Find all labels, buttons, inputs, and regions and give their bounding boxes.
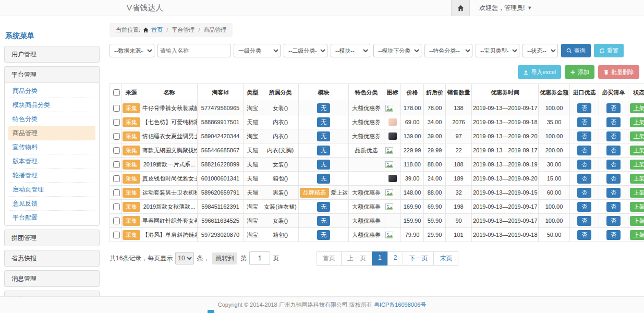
jump-button[interactable]: 跳转到 xyxy=(212,252,237,264)
per-page-select[interactable]: 10 xyxy=(175,252,194,264)
module-badge: 无 xyxy=(317,131,330,141)
sidebar-item-特色分类[interactable]: 特色分类 xyxy=(8,112,95,126)
icp-link[interactable]: 粤ICP备16098006号 xyxy=(374,302,426,308)
coupon-amount: 50.00 xyxy=(539,228,570,242)
sidebar-item-意见反馈[interactable]: 意见反馈 xyxy=(8,197,95,211)
sidebar-item-商品分类[interactable]: 商品分类 xyxy=(8,84,95,98)
sidebar-item-平台配置[interactable]: 平台配置 xyxy=(8,211,95,224)
add-button[interactable]: 添加 xyxy=(565,65,594,79)
status-select[interactable]: --状态-- xyxy=(523,44,558,57)
row-checkbox[interactable] xyxy=(113,147,120,154)
must-buy-toggle[interactable]: 否 xyxy=(606,202,621,212)
home-button[interactable] xyxy=(451,0,470,16)
level1-category-select[interactable]: 一级分类 xyxy=(234,44,281,57)
page-button-上一页[interactable]: 上一页 xyxy=(341,251,372,266)
sidebar-group-label[interactable]: 用户管理 xyxy=(5,46,99,62)
breadcrumb-item-platform: 平台管理 xyxy=(172,26,195,34)
discounted-price: 88.00 xyxy=(424,186,446,200)
user-menu[interactable]: 欢迎您，管理员! ▼ xyxy=(479,4,532,13)
sidebar-item-版本管理[interactable]: 版本管理 xyxy=(8,154,95,168)
status-badge[interactable]: 上架 xyxy=(630,216,644,226)
select-all-checkbox[interactable] xyxy=(113,89,120,96)
sidebar-group-label[interactable]: 省惠快报 xyxy=(5,250,99,266)
discounted-price: 34.00 xyxy=(424,115,446,129)
breadcrumb-home-link[interactable]: 首页 xyxy=(151,26,163,34)
import-select-toggle[interactable]: 否 xyxy=(577,202,591,212)
item-type-select[interactable]: --宝贝类型-- xyxy=(476,44,519,57)
module-badge: 无 xyxy=(317,230,330,240)
import-select-toggle[interactable]: 否 xyxy=(577,146,591,155)
sidebar-item-模块商品分类[interactable]: 模块商品分类 xyxy=(8,98,95,112)
import-select-toggle[interactable]: 否 xyxy=(577,188,591,198)
must-buy-toggle[interactable]: 否 xyxy=(606,103,621,113)
data-source-select[interactable]: --数据来源-- xyxy=(110,44,154,57)
search-button[interactable]: 查询 xyxy=(561,44,591,57)
row-checkbox[interactable] xyxy=(113,175,120,182)
level2-category-select[interactable]: --二级分类-- xyxy=(284,44,327,57)
sidebar-item-宣传物料[interactable]: 宣传物料 xyxy=(8,140,95,154)
status-badge[interactable]: 上架 xyxy=(630,103,644,113)
row-checkbox[interactable] xyxy=(113,105,120,112)
page-number-input[interactable] xyxy=(249,251,270,265)
home-icon xyxy=(143,27,149,33)
must-buy-toggle[interactable]: 否 xyxy=(606,216,621,226)
reset-button[interactable]: 重置 xyxy=(594,44,624,57)
sidebar-item-轮播管理[interactable]: 轮播管理 xyxy=(8,168,95,183)
must-buy-toggle[interactable]: 否 xyxy=(606,188,621,198)
discounted-price: 78.00 xyxy=(424,101,446,115)
row-checkbox[interactable] xyxy=(113,218,120,224)
column-header-折后价: 折后价 xyxy=(424,84,446,101)
import-select-toggle[interactable]: 否 xyxy=(577,216,591,226)
status-badge[interactable]: 上架 xyxy=(630,188,644,198)
row-checkbox[interactable] xyxy=(113,232,120,238)
import-select-toggle[interactable]: 否 xyxy=(577,174,591,184)
row-checkbox[interactable] xyxy=(113,119,120,126)
import-select-toggle[interactable]: 否 xyxy=(577,230,591,240)
import-select-toggle[interactable]: 否 xyxy=(577,117,591,127)
must-buy-toggle[interactable]: 否 xyxy=(606,174,621,184)
page-button-2[interactable]: 2 xyxy=(387,251,404,266)
status-badge[interactable]: 上架 xyxy=(630,146,644,155)
sidebar-group-label[interactable]: 拼团管理 xyxy=(5,230,99,246)
import-select-toggle[interactable]: 否 xyxy=(577,131,591,141)
taoke-id: 565446685867 xyxy=(198,143,244,158)
row-checkbox[interactable] xyxy=(113,189,120,196)
sidebar-group-label[interactable]: 消息管理 xyxy=(5,271,99,286)
name-input[interactable] xyxy=(157,44,230,57)
row-checkbox[interactable] xyxy=(113,161,120,168)
import-icon xyxy=(523,69,529,75)
page-button-1[interactable]: 1 xyxy=(372,251,388,266)
goods-type: 淘宝 xyxy=(244,101,262,115)
status-badge[interactable]: 上架 xyxy=(630,174,644,184)
row-checkbox[interactable] xyxy=(113,203,120,210)
page-button-末页[interactable]: 末页 xyxy=(433,251,458,266)
must-buy-toggle[interactable]: 否 xyxy=(606,160,621,170)
must-buy-toggle[interactable]: 否 xyxy=(606,131,621,141)
import-excel-button[interactable]: 导入excel xyxy=(518,65,561,79)
must-buy-toggle[interactable]: 否 xyxy=(606,146,621,155)
trash-icon xyxy=(603,69,609,75)
batch-delete-button[interactable]: 批量删除 xyxy=(598,65,639,79)
sidebar-item-启动页管理[interactable]: 启动页管理 xyxy=(8,183,95,197)
status-badge[interactable]: 上架 xyxy=(630,117,644,127)
module-select[interactable]: --模块-- xyxy=(331,44,370,57)
status-badge[interactable]: 上架 xyxy=(630,230,644,240)
import-select-toggle[interactable]: 否 xyxy=(577,103,591,113)
goods-category: 女装() xyxy=(262,214,299,228)
must-buy-toggle[interactable]: 否 xyxy=(606,117,621,127)
page-button-首页[interactable]: 首页 xyxy=(317,251,342,266)
row-checkbox[interactable] xyxy=(113,133,120,140)
sidebar-group-label[interactable]: 平台管理 xyxy=(5,67,99,83)
batch-delete-label: 批量删除 xyxy=(611,68,634,76)
feature-category-select[interactable]: --特色分类-- xyxy=(424,44,472,57)
status-badge[interactable]: 上架 xyxy=(630,202,644,212)
status-badge[interactable]: 上架 xyxy=(630,131,644,141)
breadcrumb-separator: / xyxy=(165,27,169,33)
sidebar-item-商品管理[interactable]: 商品管理 xyxy=(8,126,95,140)
must-buy-toggle[interactable]: 否 xyxy=(606,230,621,240)
page-button-下一页[interactable]: 下一页 xyxy=(403,251,434,266)
status-badge[interactable]: 上架 xyxy=(630,160,644,170)
import-select-toggle[interactable]: 否 xyxy=(577,160,591,170)
module-sub-category-select[interactable]: --模块下分类-- xyxy=(373,44,421,57)
column-header-名称: 名称 xyxy=(141,84,198,101)
